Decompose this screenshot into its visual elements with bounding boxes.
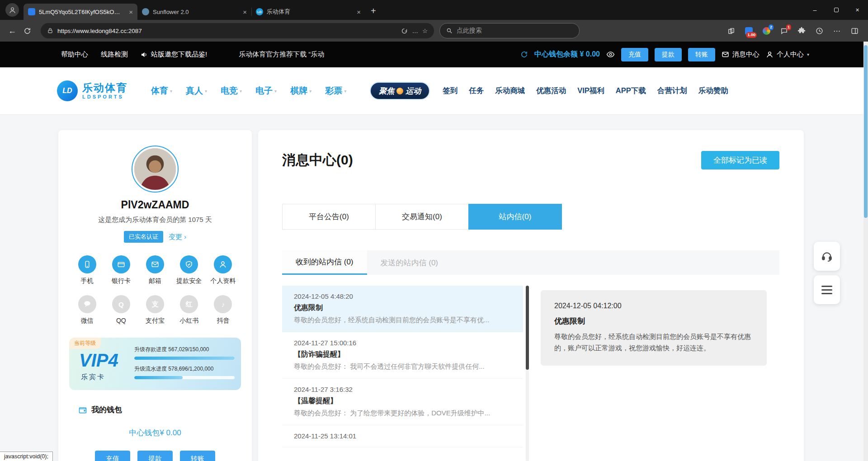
nav-menu-slots[interactable]: 电子▾ [255, 85, 277, 97]
bank-card-binding[interactable]: 银行卡 [104, 255, 138, 285]
withdraw-security[interactable]: 提款安全 [172, 255, 206, 285]
tab-3-title: 乐动体育 [267, 8, 353, 16]
douyin-binding[interactable]: ♪ 抖音 [206, 295, 240, 325]
deposit-progress-label: 升级存款进度 567,029/150,000 [134, 346, 235, 353]
nav-link-promotions[interactable]: 优惠活动 [536, 86, 566, 96]
detail-title: 优惠限制 [554, 316, 753, 326]
refresh-button[interactable] [24, 27, 35, 35]
personal-info[interactable]: 个人资料 [206, 255, 240, 285]
avatar[interactable] [132, 146, 179, 193]
tab-1[interactable]: 5LmQ5Yqo5L2T6IKyfOS5kOWKqQ × [24, 4, 137, 20]
nav-menu-chess[interactable]: 棋牌▾ [290, 85, 311, 97]
transfer-button[interactable]: 转账 [688, 48, 715, 61]
personal-center-link[interactable]: 个人中心 ▾ [766, 50, 809, 59]
maximize-button[interactable] [826, 0, 847, 20]
quick-search-box[interactable]: 点此搜索 [439, 23, 580, 38]
qq-binding[interactable]: Q QQ [104, 295, 138, 325]
nav-menu-lottery[interactable]: 彩票▾ [325, 85, 346, 97]
customer-service-button[interactable] [814, 242, 840, 271]
mark-all-read-button[interactable]: 全部标记为已读 [701, 151, 779, 169]
site-logo[interactable]: LD 乐动体育 LDSPORTS [57, 80, 127, 101]
tab-2[interactable]: Sunflower 2.0 × [137, 4, 251, 20]
message-time: 2024-11-27 15:00:16 [294, 339, 511, 347]
nav-link-vip[interactable]: VIP福利 [577, 86, 604, 96]
subtab-sent-mail[interactable]: 发送的站内信 (0) [367, 250, 452, 275]
nav-menu-esports[interactable]: 电竞▾ [221, 85, 242, 97]
message-center-link[interactable]: 消息中心 [722, 50, 760, 59]
wallet-withdraw-button[interactable]: 提款 [137, 451, 173, 461]
tab-2-close-icon[interactable]: × [243, 9, 247, 15]
change-link[interactable]: 变更 › [169, 233, 186, 241]
url-text[interactable]: https://www.ledong842.cc:2087 [57, 28, 397, 34]
new-tab-button[interactable]: + [371, 6, 376, 16]
email-binding[interactable]: 邮箱 [138, 255, 172, 285]
more-circle-icon[interactable]: … [412, 28, 418, 34]
wallet-transfer-button[interactable]: 转账 [180, 451, 215, 461]
ball-icon [396, 88, 403, 94]
xiaohongshu-binding[interactable]: 红 小红书 [172, 295, 206, 325]
nav-link-tasks[interactable]: 任务 [469, 86, 484, 96]
help-center-link[interactable]: 帮助中心 [61, 50, 88, 59]
alipay-binding[interactable]: 支 支付宝 [138, 295, 172, 325]
address-bar[interactable]: https://www.ledong842.cc:2087 … ☆ [41, 23, 434, 38]
nav-link-sponsor[interactable]: 乐动赞助 [698, 86, 728, 96]
headset-icon [821, 250, 833, 262]
focus-sports-banner[interactable]: 聚焦 运动 [371, 83, 429, 99]
history-icon[interactable] [812, 24, 826, 38]
tab-1-close-icon[interactable]: × [129, 9, 133, 15]
nav-menu-live[interactable]: 真人▾ [186, 85, 207, 97]
browser-profile-icon[interactable] [5, 3, 19, 17]
split-screen-icon[interactable] [724, 24, 738, 38]
tab-site-mail[interactable]: 站内信(0) [468, 204, 562, 230]
search-icon [446, 28, 453, 34]
withdraw-button[interactable]: 提款 [655, 48, 682, 61]
message-list-scrollbar[interactable] [526, 286, 529, 461]
wallet-deposit-button[interactable]: 充值 [95, 451, 130, 461]
logo-icon: LD [57, 80, 78, 101]
nav-link-partnership[interactable]: 合营计划 [657, 86, 687, 96]
nav-menu-sports[interactable]: 体育▾ [151, 85, 172, 97]
deposit-button[interactable]: 充值 [621, 48, 648, 61]
page-scrollbar-thumb[interactable] [864, 45, 868, 218]
nav-link-mall[interactable]: 乐动商城 [495, 86, 525, 96]
tab-2-title: Sunflower 2.0 [153, 9, 239, 15]
tab-transaction-notices[interactable]: 交易通知(0) [375, 204, 469, 230]
message-item[interactable]: 2024-11-25 13:14:01 [282, 425, 523, 447]
shopping-extension-icon[interactable]: 1.00 [741, 24, 756, 38]
close-window-button[interactable]: × [847, 0, 868, 20]
message-time: 2024-11-25 13:14:01 [294, 432, 511, 440]
profile-extension-icon[interactable]: 2 [759, 24, 774, 38]
line-check-link[interactable]: 线路检测 [101, 50, 128, 59]
scrollbar-thumb[interactable] [526, 286, 529, 370]
message-item[interactable]: 2024-12-05 4:48:20 优惠限制 尊敬的会员您好，经系统自动检测目… [282, 286, 523, 332]
nav-link-app-download[interactable]: APP下载 [616, 86, 646, 96]
eye-icon[interactable] [606, 50, 615, 59]
subtab-received-mail[interactable]: 收到的站内信 (0) [282, 250, 367, 275]
copilot-sidebar-icon[interactable] [847, 24, 862, 38]
wechat-binding[interactable]: 微信 [70, 295, 104, 325]
site-info-lock-icon[interactable] [47, 28, 53, 34]
tab-platform-announcements[interactable]: 平台公告(0) [282, 204, 376, 230]
nav-link-checkin[interactable]: 签到 [443, 86, 458, 96]
message-preview: 尊敬的会员您好： 为了给您带来更好的体验，DOVE升级维护中... [294, 409, 511, 418]
announcement-text: 站版邀您下载品鉴! [151, 50, 207, 59]
extensions-puzzle-icon[interactable] [794, 24, 809, 38]
page-scrollbar[interactable] [863, 42, 868, 461]
chevron-down-icon: ▾ [309, 89, 311, 94]
chat-extension-icon[interactable]: 1 [777, 24, 791, 38]
profile-card: PlV2wZAAMD 这是您成为乐动体育会员的第 1075 天 已实名认证 变更… [58, 130, 252, 461]
message-item[interactable]: 2024-11-27 3:16:32 【温馨提醒】 尊敬的会员您好： 为了给您带… [282, 379, 523, 425]
message-item[interactable]: 2024-11-27 15:00:16 【防诈骗提醒】 尊敬的会员您好： 我司不… [282, 332, 523, 379]
tab-3-close-icon[interactable]: × [357, 9, 361, 15]
back-button[interactable]: ← [6, 26, 18, 36]
wallet-refresh-icon[interactable] [520, 51, 528, 58]
announcement-link[interactable]: 站版邀您下载品鉴! [141, 50, 207, 59]
translate-icon[interactable] [401, 28, 408, 34]
minimize-button[interactable]: – [804, 0, 826, 20]
tab-3[interactable]: LD 乐动体育 × [251, 4, 365, 20]
quick-menu-button[interactable] [814, 275, 840, 304]
favorite-star-icon[interactable]: ☆ [422, 27, 428, 34]
vip-level-card[interactable]: 当前等级 VIP4 乐宾卡 升级存款进度 567,029/150,000 升级流… [69, 338, 241, 390]
settings-more-icon[interactable]: ⋯ [830, 24, 844, 38]
phone-binding[interactable]: 手机 [70, 255, 104, 285]
